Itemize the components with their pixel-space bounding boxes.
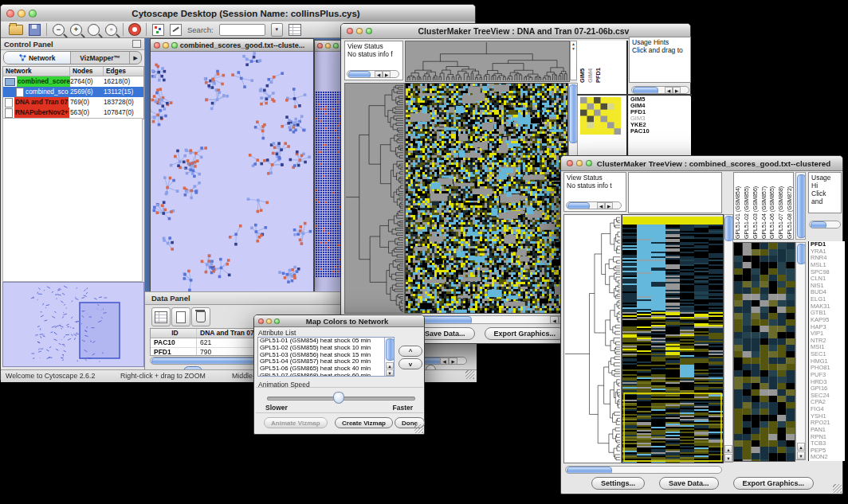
column-label[interactable]: GPL51-04 (GSM857) (760, 173, 769, 239)
scrollbar-thumb[interactable] (386, 338, 394, 361)
minimize-button[interactable] (356, 28, 363, 34)
scrollbar-thumb[interactable] (724, 216, 733, 241)
row-label[interactable]: PAC10 (629, 128, 691, 135)
scroll-left-icon[interactable] (665, 87, 673, 94)
zoom-in-icon[interactable]: + (70, 24, 82, 36)
close-button[interactable] (154, 42, 160, 49)
scroll-right-icon[interactable] (605, 202, 613, 209)
tv2-heatmap[interactable] (622, 214, 724, 463)
animate-vizmap-button[interactable]: Animate Vizmap (264, 417, 328, 428)
zoom-button[interactable] (333, 43, 339, 49)
col-edges[interactable]: Edges (104, 67, 142, 76)
search-input[interactable] (219, 24, 265, 36)
scroll-left-icon[interactable] (597, 202, 605, 209)
scrollbar-thumb[interactable] (797, 244, 806, 264)
zoom-fit-icon[interactable] (88, 24, 100, 36)
zoom-button[interactable] (274, 318, 280, 324)
vizmapper-icon[interactable] (152, 24, 164, 36)
column-label[interactable]: GPL51-06 (GSM865) (768, 173, 777, 239)
birdseye-view[interactable] (2, 282, 144, 367)
attribute-select-button[interactable] (151, 307, 171, 326)
scroll-down-icon[interactable] (797, 451, 805, 459)
scroll-left-icon[interactable] (375, 71, 383, 78)
tv2-action-button[interactable]: Save Data... (659, 477, 719, 490)
tv2-labels-scrollbar[interactable] (795, 172, 806, 240)
move-down-button[interactable]: v (398, 358, 422, 369)
scrollbar-thumb[interactable] (348, 71, 371, 78)
minimize-button[interactable] (576, 160, 583, 166)
new-attribute-button[interactable] (171, 307, 190, 326)
close-button[interactable] (258, 318, 264, 324)
minimize-button[interactable] (325, 43, 331, 49)
tv1-heatmap[interactable] (405, 83, 568, 314)
resize-grip[interactable] (465, 370, 474, 379)
scroll-right-icon[interactable] (383, 71, 391, 78)
close-button[interactable] (567, 160, 573, 166)
save-session-icon[interactable] (29, 24, 41, 36)
column-label[interactable]: GPL51-02 (GSM855) (743, 173, 752, 239)
tv1-correlation-matrix[interactable] (580, 97, 621, 135)
tv2-column-dendrogram-area[interactable] (628, 172, 722, 213)
zoom-selected-icon[interactable]: ▫ (105, 24, 117, 36)
tv2-zoom-heatmap[interactable] (733, 242, 795, 462)
minimize-button[interactable] (163, 42, 169, 49)
zoom-out-icon[interactable]: − (53, 24, 65, 36)
zoom-button[interactable] (171, 42, 178, 49)
tv1-status-scrollbar[interactable] (347, 70, 399, 78)
network-row-selected[interactable]: combined_sco 2569(6) 13112(15) (3, 87, 143, 97)
tv1-hints-scrollbar[interactable] (631, 86, 689, 94)
tv2-vscrollbar[interactable] (724, 214, 733, 463)
scroll-up-icon[interactable] (797, 443, 805, 451)
column-label[interactable]: GPL51-07 (GSM868) (777, 173, 786, 239)
scrollbar-thumb[interactable] (567, 202, 590, 209)
resize-grip[interactable] (833, 484, 842, 493)
network-row-dna-tran[interactable]: DNA and Tran 07 769(0) 183728(0) (3, 97, 143, 107)
tv2-hints-scrollbar[interactable] (809, 221, 841, 229)
create-vizmap-button[interactable]: Create Vizmap (335, 417, 393, 428)
tab-overflow-button[interactable]: ▶ (130, 52, 141, 64)
tv1-action-button[interactable]: Export Graphics... (485, 327, 566, 340)
resize-grip[interactable] (414, 424, 423, 433)
attribute-item[interactable]: GPL51-07 (GSM868) heat shock 60 min (258, 373, 394, 377)
list-scrollbar[interactable] (384, 338, 394, 376)
network-view-window-1[interactable]: combined_scores_good.txt--cluste... (150, 38, 314, 291)
network-row-combined-scores[interactable]: combined_scores_ 2764(0) 16218(0) (3, 76, 143, 87)
scroll-right-icon[interactable] (673, 87, 681, 94)
col-nodes[interactable]: Nodes (70, 67, 104, 76)
tv1-splitter-strip[interactable]: ▲▼ (570, 41, 577, 80)
tv2-hscrollbar[interactable] (565, 466, 722, 474)
scroll-left-icon[interactable] (550, 316, 559, 324)
scroll-down-icon[interactable] (724, 454, 732, 462)
open-file-icon[interactable] (9, 25, 23, 35)
tab-vizmapper[interactable]: VizMapper™ (71, 52, 130, 64)
tab-network[interactable]: Network (4, 52, 71, 64)
close-button[interactable] (317, 43, 323, 49)
close-button[interactable] (6, 10, 14, 18)
search-dropdown-button[interactable]: ▼ (271, 23, 283, 37)
scrollbar-thumb[interactable] (797, 174, 806, 238)
main-title-bar[interactable]: Cytoscape Desktop (Session Name: collins… (1, 5, 475, 22)
scrollbar-thumb[interactable] (811, 221, 826, 229)
scroll-down-icon[interactable] (386, 369, 394, 376)
scroll-up-icon[interactable] (724, 445, 732, 453)
tv1-row-dendrogram[interactable] (344, 83, 405, 314)
annotation-icon[interactable] (170, 24, 182, 36)
zoom-button[interactable] (366, 28, 372, 34)
column-label[interactable]: PFD1 (595, 41, 601, 83)
column-label[interactable]: GPL51-03 (GSM856) (752, 173, 760, 239)
network-graph-canvas[interactable] (151, 52, 313, 291)
tv2-row-dendrogram[interactable] (563, 214, 622, 463)
gene-label[interactable]: MON2 (809, 454, 845, 461)
column-label[interactable]: GIM5 (579, 41, 587, 83)
scroll-up-icon[interactable] (386, 362, 394, 369)
dialog-title-bar[interactable]: Map Colors to Network (254, 315, 424, 327)
treeview2-title-bar[interactable]: ClusterMaker TreeView : combined_scores_… (561, 156, 842, 171)
scrollbar-thumb[interactable] (567, 467, 612, 474)
minimize-button[interactable] (18, 10, 26, 18)
attribute-browser-icon[interactable] (289, 24, 301, 36)
tv2-action-button[interactable]: Settings... (591, 477, 645, 490)
delete-attribute-button[interactable] (191, 307, 210, 326)
tv1-column-dendrogram[interactable] (405, 41, 570, 82)
animation-speed-slider-thumb[interactable] (333, 392, 344, 404)
scroll-left-icon[interactable] (440, 357, 449, 365)
